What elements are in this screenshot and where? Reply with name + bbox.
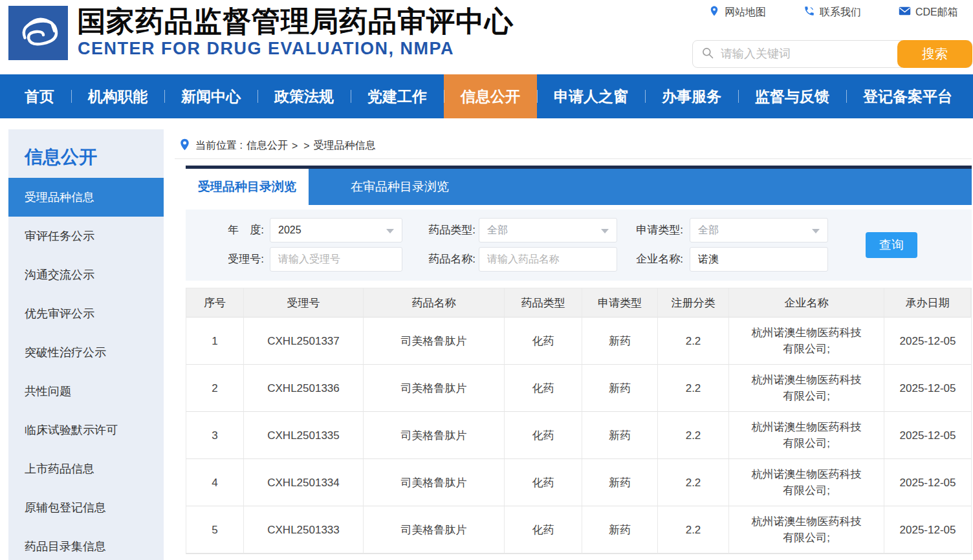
location-pin-icon (180, 138, 190, 153)
breadcrumb-home[interactable]: 信息公开 (246, 139, 288, 153)
search-input[interactable] (714, 47, 897, 61)
table-row: 4 CXHL2501334 司美格鲁肽片 化药 新药 2.2 杭州诺澳生物医药科… (186, 459, 971, 506)
map-pin-icon (708, 5, 720, 19)
acceptance-no-input[interactable] (278, 253, 394, 265)
results-table: 序号受理号药品名称药品类型申请类型注册分类企业名称承办日期 1 CXHL2501… (186, 288, 972, 554)
sidebar-item[interactable]: 沟通交流公示 (8, 255, 164, 294)
page: 国家药品监督管理局药品审评中心 CENTER FOR DRUG EVALUATI… (0, 0, 973, 560)
drug-name-label: 药品名称: (411, 247, 476, 272)
search-bar: 搜索 (692, 40, 972, 68)
breadcrumb-prefix: 当前位置 : (195, 139, 243, 153)
tab-accepted-catalog[interactable]: 受理品种目录浏览 (186, 169, 309, 205)
sidebar-item[interactable]: 上市药品信息 (8, 449, 164, 488)
sidebar-item[interactable]: 审评任务公示 (8, 217, 164, 255)
cell-drug-name: 司美格鲁肽片 (364, 365, 505, 412)
company-name-label: 企业名称: (616, 247, 683, 272)
contact-link[interactable]: 联系我们 (804, 5, 861, 19)
breadcrumb: 当前位置 : 信息公开 > > 受理品种信息 (175, 133, 972, 159)
sidebar-item[interactable]: 原辅包登记信息 (8, 488, 164, 527)
table-row: 5 CXHL2501333 司美格鲁肽片 化药 新药 2.2 杭州诺澳生物医药科… (186, 506, 971, 554)
acceptance-no-field (270, 247, 402, 272)
company-name-input[interactable] (698, 253, 820, 265)
cell-date: 2025-12-05 (884, 459, 971, 506)
apply-type-select[interactable]: 全部 (690, 218, 828, 242)
cell-drug-type: 化药 (505, 365, 582, 412)
chevron-down-icon (601, 229, 609, 233)
nav-item[interactable]: 申请人之窗 (537, 74, 645, 118)
cde-logo[interactable] (8, 6, 68, 60)
cell-drug-type: 化药 (505, 412, 582, 459)
nav-item[interactable]: 党建工作 (351, 74, 444, 118)
apply-type-label: 申请类型: (616, 218, 683, 242)
mailbox-label: CDE邮箱 (915, 6, 958, 19)
cell-date: 2025-12-05 (884, 318, 971, 365)
table-header-cell: 药品类型 (505, 288, 582, 318)
sidebar-item[interactable]: 临床试验默示许可 (8, 411, 164, 449)
table-header-cell: 药品名称 (364, 288, 505, 318)
search-button[interactable]: 搜索 (897, 40, 972, 68)
cell-acceptance-no: CXHL2501336 (244, 365, 364, 412)
tab-under-review-catalog[interactable]: 在审品种目录浏览 (309, 169, 491, 205)
cell-acceptance-no: CXHL2501335 (244, 412, 364, 459)
cell-drug-type: 化药 (505, 459, 582, 506)
company-name-field (690, 247, 828, 272)
cell-acceptance-no: CXHL2501334 (244, 459, 364, 506)
cell-drug-name: 司美格鲁肽片 (364, 318, 505, 365)
cell-reg-category: 2.2 (658, 412, 729, 459)
header-links: 网站地图 联系我们 CDE邮箱 (708, 5, 958, 19)
cell-drug-name: 司美格鲁肽片 (364, 412, 505, 459)
cell-reg-category: 2.2 (658, 506, 729, 554)
cell-index: 3 (186, 412, 244, 459)
phone-icon (804, 5, 815, 19)
cde-emblem-icon (14, 10, 62, 56)
table-header-row: 序号受理号药品名称药品类型申请类型注册分类企业名称承办日期 (186, 288, 971, 318)
sidebar-item[interactable]: 共性问题 (8, 372, 164, 411)
main-nav-list: 首页机构职能新闻中心政策法规党建工作信息公开申请人之窗办事服务监督与反馈登记备案… (0, 74, 973, 118)
cell-company: 杭州诺澳生物医药科技有限公司; (729, 412, 884, 459)
year-select[interactable]: 2025 (270, 218, 402, 242)
cell-index: 5 (186, 506, 244, 554)
site-title: 国家药品监督管理局药品审评中心 (77, 3, 514, 41)
cell-apply-type: 新药 (582, 318, 658, 365)
sidebar-item[interactable]: 突破性治疗公示 (8, 333, 164, 372)
table-header-cell: 企业名称 (729, 288, 884, 318)
chevron-down-icon (812, 229, 820, 233)
sitemap-label: 网站地图 (725, 6, 766, 19)
sidebar-item[interactable]: 药品目录集信息 (8, 527, 164, 560)
sidebar-item[interactable]: 受理品种信息 (8, 178, 164, 217)
table-row: 1 CXHL2501337 司美格鲁肽片 化药 新药 2.2 杭州诺澳生物医药科… (186, 318, 971, 365)
sitemap-link[interactable]: 网站地图 (708, 5, 766, 19)
nav-item[interactable]: 首页 (8, 74, 71, 118)
nav-item[interactable]: 新闻中心 (164, 74, 257, 118)
sidebar-list: 受理品种信息审评任务公示沟通交流公示优先审评公示突破性治疗公示共性问题临床试验默… (8, 178, 164, 560)
nav-item[interactable]: 机构职能 (71, 74, 164, 118)
chevron-down-icon (386, 229, 394, 233)
nav-item[interactable]: 信息公开 (444, 74, 537, 118)
nav-item[interactable]: 监督与反馈 (738, 74, 846, 118)
sidebar-item[interactable]: 优先审评公示 (8, 294, 164, 333)
table-row: 2 CXHL2501336 司美格鲁肽片 化药 新药 2.2 杭州诺澳生物医药科… (186, 365, 971, 412)
cell-acceptance-no: CXHL2501337 (244, 318, 364, 365)
cell-date: 2025-12-05 (884, 365, 971, 412)
nav-item[interactable]: 登记备案平台 (846, 74, 969, 118)
breadcrumb-separator: > > (292, 140, 310, 152)
nav-item[interactable]: 办事服务 (645, 74, 738, 118)
nav-item[interactable]: 政策法规 (257, 74, 351, 118)
cell-apply-type: 新药 (582, 365, 658, 412)
sidebar: 信息公开 受理品种信息审评任务公示沟通交流公示优先审评公示突破性治疗公示共性问题… (8, 129, 164, 560)
table-header-cell: 序号 (186, 288, 244, 318)
drug-type-select[interactable]: 全部 (479, 218, 617, 242)
query-button[interactable]: 查询 (866, 232, 917, 258)
cell-index: 4 (186, 459, 244, 506)
cell-company: 杭州诺澳生物医药科技有限公司; (729, 506, 884, 554)
cell-reg-category: 2.2 (658, 365, 729, 412)
year-label: 年 度: (186, 218, 264, 242)
cell-drug-name: 司美格鲁肽片 (364, 506, 505, 554)
cell-apply-type: 新药 (582, 506, 658, 554)
cell-company: 杭州诺澳生物医药科技有限公司; (729, 459, 884, 506)
drug-name-input[interactable] (487, 253, 609, 265)
table-header-cell: 承办日期 (884, 288, 971, 318)
cell-drug-type: 化药 (505, 506, 582, 554)
table-body: 1 CXHL2501337 司美格鲁肽片 化药 新药 2.2 杭州诺澳生物医药科… (186, 318, 971, 554)
mailbox-link[interactable]: CDE邮箱 (899, 5, 958, 19)
